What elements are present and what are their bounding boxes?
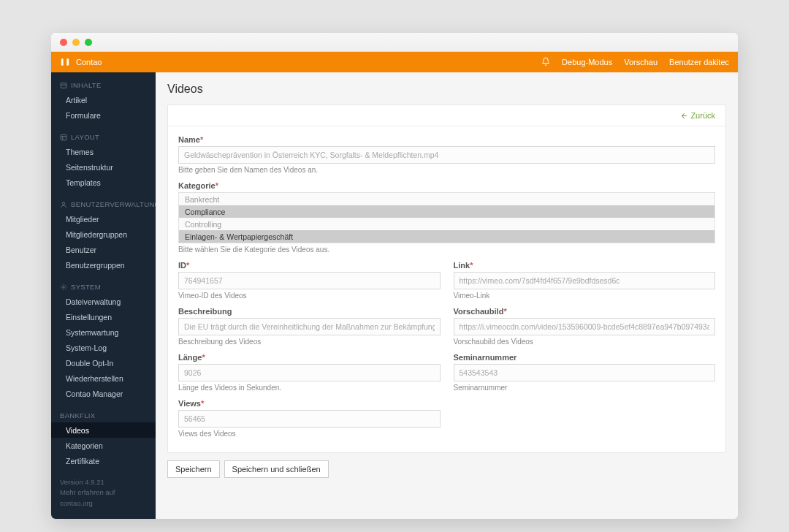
sidebar-item-mitgliedergruppen[interactable]: Mitgliedergruppen [51,227,156,242]
back-link[interactable]: Zurück [680,111,715,120]
app-name[interactable]: Contao [76,58,102,66]
id-input[interactable] [178,272,441,289]
back-arrow-icon [680,112,688,120]
sidebar-item-contao-manager[interactable]: Contao Manager [51,386,156,401]
name-input[interactable] [178,146,715,164]
id-help: Vimeo-ID des Videos [178,292,441,300]
sidebar-item-themes[interactable]: Themes [51,144,156,159]
link-label: Link [454,261,470,270]
sidebar-heading: LAYOUT [51,129,156,144]
vorschaubild-label: Vorschaubild [454,307,504,316]
svg-point-3 [63,286,65,288]
contao-logo-icon [60,57,70,67]
seminarnummer-input[interactable] [454,364,716,381]
name-label: Name [178,135,200,144]
field-id: ID* Vimeo-ID des Videos [178,261,441,300]
main-content: Videos Zurück Name* Bitte geben Sie den … [156,72,738,519]
window-close-dot[interactable] [60,39,67,46]
browser-window: Contao Debug-Modus Vorschau Benutzer dak… [51,33,738,519]
sidebar-heading: SYSTEM [51,278,156,294]
svg-rect-0 [61,83,66,88]
beschreibung-help: Beschreibung des Videos [178,338,441,346]
field-kategorie: Kategorie* BankrechtComplianceControllin… [178,181,715,254]
sidebar-item-seitenstruktur[interactable]: Seitenstruktur [51,159,156,175]
kategorie-option[interactable]: Controlling [179,218,714,230]
version-label: Version 4.9.21 [60,477,147,487]
sidebar-item-dateiverwaltung[interactable]: Dateiverwaltung [51,294,156,309]
sidebar-item-benutzergruppen[interactable]: Benutzergruppen [51,257,156,273]
save-close-button[interactable]: Speichern und schließen [224,460,329,478]
sidebar-item-artikel[interactable]: Artikel [51,92,156,107]
window-titlebar [51,33,738,52]
link-input[interactable] [454,272,716,289]
kategorie-option[interactable]: Einlagen- & Wertpapiergeschäft [179,230,714,243]
sidebar-item-kategorien[interactable]: Kategorien [51,438,156,453]
laenge-label: Länge [178,353,202,362]
seminarnummer-help: Seminarnummer [454,384,716,392]
field-vorschaubild: Vorschaubild* Vorschaubild des Videos [454,307,716,346]
sidebar-heading: BENUTZERVERWALTUNG [51,196,156,211]
sidebar-item-templates[interactable]: Templates [51,175,156,190]
field-laenge: Länge* Länge des Videos in Sekunden. [178,353,441,392]
vorschaubild-input[interactable] [454,318,716,335]
top-bar: Contao Debug-Modus Vorschau Benutzer dak… [51,52,738,72]
kategorie-help: Bitte wählen Sie die Kategorie des Video… [178,246,715,254]
field-beschreibung: Beschreibung Beschreibung des Videos [178,307,441,346]
beschreibung-label: Beschreibung [178,307,232,316]
window-min-dot[interactable] [72,39,80,46]
preview-link[interactable]: Vorschau [624,58,658,66]
field-link: Link* Vimeo-Link [454,261,716,300]
sidebar-item-mitglieder[interactable]: Mitglieder [51,211,156,227]
sidebar-item-videos[interactable]: Videos [51,422,156,438]
page-title: Videos [167,83,726,96]
sidebar: INHALTEArtikelFormulareLAYOUTThemesSeite… [51,72,156,519]
sidebar-item-system-log[interactable]: System-Log [51,340,156,355]
kategorie-select[interactable]: BankrechtComplianceControllingEinlagen- … [178,192,715,243]
sidebar-item-double-opt-in[interactable]: Double Opt-In [51,355,156,370]
svg-rect-1 [61,134,66,140]
window-max-dot[interactable] [85,39,92,46]
vorschaubild-help: Vorschaubild des Videos [454,338,716,346]
sidebar-item-formulare[interactable]: Formulare [51,107,156,123]
sidebar-heading: INHALTE [51,77,156,92]
seminarnummer-label: Seminarnummer [454,353,517,362]
sidebar-heading: BANKFLIX [51,407,156,422]
link-help: Vimeo-Link [454,292,716,300]
svg-point-2 [62,202,64,204]
sidebar-item-wiederherstellen[interactable]: Wiederherstellen [51,370,156,386]
bell-icon[interactable] [541,57,550,67]
debug-link[interactable]: Debug-Modus [562,58,612,66]
views-input[interactable] [178,410,441,428]
sidebar-item-einstellungen[interactable]: Einstellungen [51,309,156,324]
more-link[interactable]: Mehr erfahren auf contao.org [60,487,147,509]
sidebar-item-systemwartung[interactable]: Systemwartung [51,324,156,340]
beschreibung-input[interactable] [178,318,441,335]
field-views: Views* Views des Videos [178,399,441,438]
field-seminarnummer: Seminarnummer Seminarnummer [454,353,716,392]
name-help: Bitte geben Sie den Namen des Videos an. [178,166,715,174]
field-name: Name* Bitte geben Sie den Namen des Vide… [178,135,715,174]
kategorie-option[interactable]: Bankrecht [179,193,714,205]
id-label: ID [178,261,186,270]
form-panel: Zurück Name* Bitte geben Sie den Namen d… [167,104,726,453]
sidebar-item-benutzer[interactable]: Benutzer [51,242,156,257]
sidebar-item-zertifikate[interactable]: Zertifikate [51,453,156,468]
kategorie-label: Kategorie [178,181,216,190]
user-link[interactable]: Benutzer dakitec [669,58,729,66]
laenge-help: Länge des Videos in Sekunden. [178,384,441,392]
save-button[interactable]: Speichern [167,460,220,478]
back-label: Zurück [690,111,715,120]
laenge-input[interactable] [178,364,441,381]
views-help: Views des Videos [178,430,441,438]
kategorie-option[interactable]: Compliance [179,205,714,218]
views-label: Views [178,399,201,408]
